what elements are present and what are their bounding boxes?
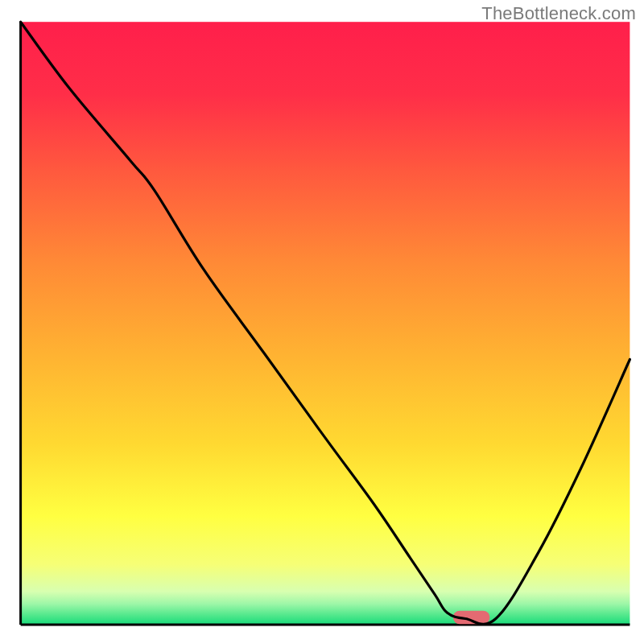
plot-background — [21, 22, 630, 625]
watermark-text: TheBottleneck.com — [481, 3, 636, 24]
bottleneck-chart: TheBottleneck.com — [0, 0, 644, 644]
chart-canvas — [0, 0, 644, 644]
